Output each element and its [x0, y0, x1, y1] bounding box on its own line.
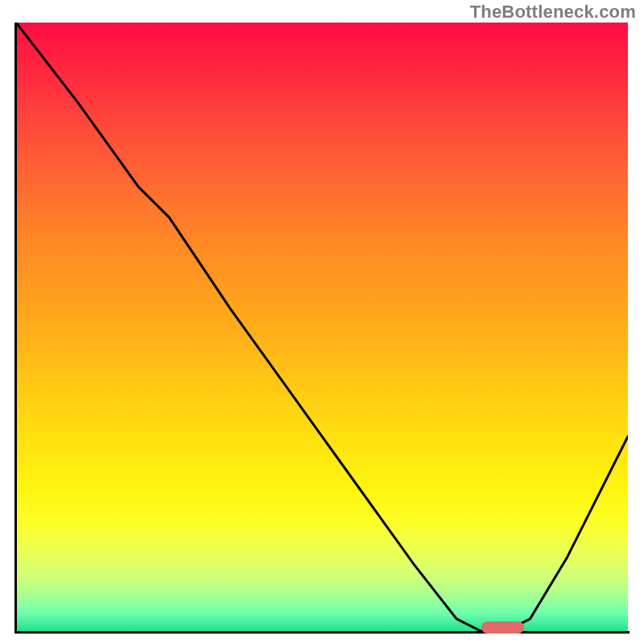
watermark-text: TheBottleneck.com: [470, 2, 636, 23]
x-axis: [14, 631, 630, 634]
chart-container: TheBottleneck.com: [0, 0, 644, 644]
y-axis: [14, 23, 17, 633]
gradient-plot-area: [16, 23, 628, 631]
optimal-zone-marker: [481, 621, 524, 634]
